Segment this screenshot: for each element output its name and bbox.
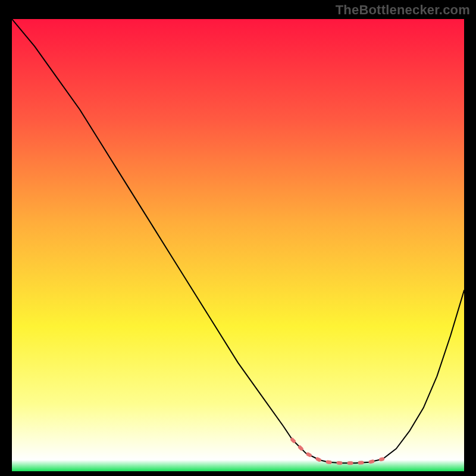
gradient-background bbox=[12, 19, 464, 471]
chart-container: TheBottlenecker.com bbox=[0, 0, 476, 476]
chart-svg bbox=[12, 19, 464, 471]
watermark-text: TheBottlenecker.com bbox=[336, 2, 470, 18]
plot-area bbox=[12, 19, 464, 471]
